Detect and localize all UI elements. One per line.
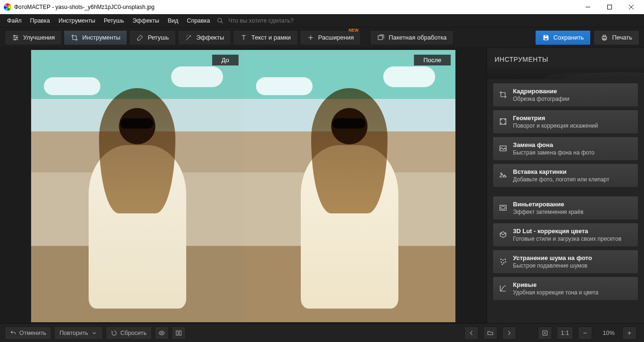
text-icon: [240, 34, 248, 41]
sliders-icon: [12, 34, 19, 41]
menu-edit[interactable]: Правка: [26, 16, 54, 26]
redo-button[interactable]: Повторить: [54, 326, 103, 340]
prev-image-button[interactable]: [464, 326, 479, 340]
svg-point-22: [501, 173, 502, 174]
tool-lut[interactable]: 3D Lut - коррекция цветаГотовые стили и …: [493, 223, 638, 247]
tool-subtitle: Быстрая замена фона на фото: [513, 149, 594, 156]
tool-title: Замена фона: [513, 141, 594, 149]
insert-icon: [498, 168, 508, 183]
menu-effects[interactable]: Эффекты: [128, 16, 164, 26]
tab-improve[interactable]: Улучшения: [5, 30, 62, 45]
print-button[interactable]: Печать: [594, 30, 639, 45]
new-badge: NEW: [348, 28, 358, 33]
print-label: Печать: [612, 34, 632, 41]
menu-view[interactable]: Вид: [164, 16, 183, 26]
zoom-1to1-label: 1:1: [561, 330, 569, 336]
reset-label: Сбросить: [120, 330, 147, 336]
reset-button[interactable]: Сбросить: [106, 326, 152, 340]
svg-rect-1: [608, 5, 612, 9]
tool-subtitle: Поворот и коррекция искажений: [513, 122, 598, 130]
tab-tools-label: Инструменты: [82, 34, 120, 41]
undo-icon: [10, 330, 17, 336]
window-close-button[interactable]: [620, 0, 642, 14]
chevron-down-icon: [91, 330, 98, 336]
lut-icon: [498, 227, 508, 242]
menu-help[interactable]: Справка: [182, 16, 214, 26]
tab-retouch[interactable]: Ретушь: [129, 30, 176, 45]
tab-effects[interactable]: Эффекты: [178, 30, 231, 45]
crop-icon: [498, 87, 508, 102]
tab-tools[interactable]: Инструменты: [64, 30, 127, 45]
show-original-button[interactable]: [155, 326, 169, 340]
tool-crop[interactable]: КадрированиеОбрезка фотографии: [493, 83, 638, 107]
tool-title: Геометрия: [513, 114, 598, 122]
zoom-out-button[interactable]: [578, 326, 592, 340]
tool-curves[interactable]: КривыеУдобная коррекция тона и цвета: [493, 277, 638, 301]
tool-title: 3D Lut - коррекция цвета: [513, 227, 621, 235]
tab-effects-label: Эффекты: [196, 34, 224, 41]
undo-button[interactable]: Отменить: [5, 326, 51, 340]
tool-subtitle: Обрезка фотографии: [513, 95, 570, 103]
plus-icon: [307, 34, 314, 41]
command-search-input[interactable]: [227, 17, 322, 24]
chevron-right-icon: [506, 330, 512, 336]
save-button[interactable]: Сохранить: [535, 30, 591, 45]
svg-point-32: [161, 332, 163, 334]
stack-icon: [377, 34, 385, 41]
svg-rect-33: [176, 331, 178, 335]
fit-screen-button[interactable]: [538, 326, 552, 340]
curves-icon: [498, 281, 508, 296]
next-image-button[interactable]: [502, 326, 516, 340]
after-label: После: [414, 55, 451, 65]
tool-vignette[interactable]: ВиньетированиеЭффект затемнения краёв: [493, 196, 638, 220]
menu-file[interactable]: Файл: [3, 16, 26, 26]
svg-rect-14: [378, 36, 382, 40]
svg-point-4: [218, 18, 222, 22]
command-search[interactable]: [217, 17, 322, 24]
svg-rect-34: [179, 331, 181, 335]
menu-retouch[interactable]: Ретушь: [99, 16, 128, 26]
zoom-in-button[interactable]: [622, 326, 636, 340]
tool-insert[interactable]: Вставка картинкиДобавьте фото, логотип и…: [493, 163, 638, 187]
wand-icon: [185, 34, 192, 41]
svg-point-31: [502, 264, 503, 265]
menu-instruments[interactable]: Инструменты: [54, 16, 99, 26]
svg-rect-17: [603, 37, 607, 39]
window-maximize-button[interactable]: [599, 0, 620, 14]
brush-icon: [136, 34, 144, 41]
compare-split-button[interactable]: [172, 326, 186, 340]
tool-subtitle: Добавьте фото, логотип или клипарт: [513, 176, 610, 183]
split-icon: [175, 330, 182, 336]
tool-title: Вставка картинки: [513, 168, 610, 176]
svg-line-5: [221, 21, 223, 23]
open-folder-button[interactable]: [483, 326, 497, 340]
batch-processing-button[interactable]: Пакетная обработка: [370, 30, 454, 45]
tool-geometry[interactable]: ГеометрияПоворот и коррекция искажений: [493, 110, 638, 134]
tab-text[interactable]: Текст и рамки: [233, 30, 298, 45]
preview-before: До: [31, 50, 243, 322]
footer-bar: Отменить Повторить Сбросить 1:1 10%: [0, 323, 644, 342]
save-label: Сохранить: [553, 34, 584, 41]
tool-noise[interactable]: Устранение шума на фотоБыстрое подавлени…: [493, 250, 638, 274]
toolbar: Улучшения Инструменты Ретушь Эффекты Тек…: [0, 27, 644, 48]
svg-point-29: [504, 262, 504, 263]
svg-rect-15: [544, 38, 547, 40]
tool-subtitle: Готовые стили и загрузка своих пресетов: [513, 235, 621, 243]
save-icon: [542, 34, 550, 41]
tool-title: Кадрирование: [513, 87, 570, 95]
zoom-value: 10%: [597, 330, 620, 336]
tool-bgswap[interactable]: Замена фонаБыстрая замена фона на фото: [493, 137, 638, 161]
zoom-1to1-button[interactable]: 1:1: [557, 326, 573, 340]
svg-point-26: [503, 260, 504, 261]
tab-extensions[interactable]: Расширения NEW: [300, 30, 361, 45]
chevron-left-icon: [468, 330, 475, 336]
tool-title: Виньетирование: [513, 200, 584, 208]
tab-improve-label: Улучшения: [23, 34, 55, 41]
tab-retouch-label: Ретушь: [148, 34, 169, 41]
window-minimize-button[interactable]: [577, 0, 599, 14]
minus-icon: [582, 330, 588, 336]
canvas-area[interactable]: До После: [0, 48, 487, 323]
before-label: До: [212, 55, 239, 65]
svg-rect-18: [603, 35, 606, 36]
search-icon: [217, 17, 223, 24]
